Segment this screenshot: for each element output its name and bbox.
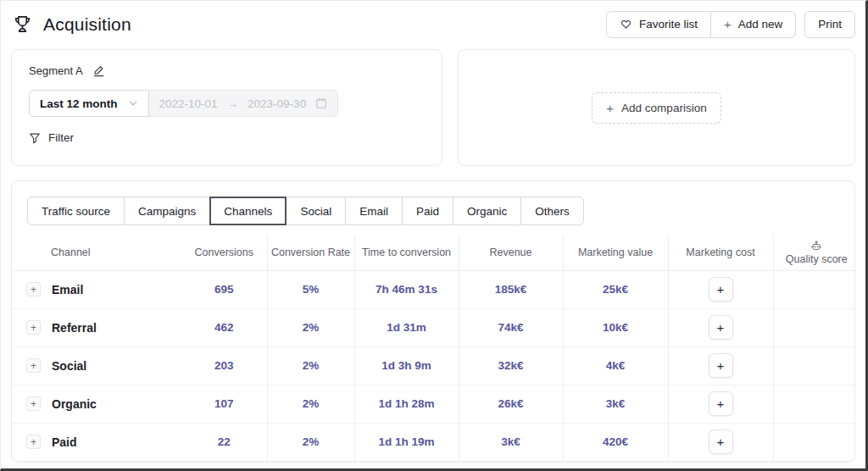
print-label: Print [818,18,842,30]
add-new-button[interactable]: + Add new [710,11,796,38]
tab-social[interactable]: Social [286,197,346,225]
revenue-value: 32k€ [459,346,563,385]
page-header: Acquisition [13,14,131,35]
conversions-value: 22 [181,423,267,461]
channel-name: Referral [52,321,97,335]
channel-name: Social [52,359,86,373]
expand-row-icon[interactable]: + [26,435,41,449]
conversion-rate-value: 2% [267,308,354,346]
table-row-social: + Social 203 2% 1d 3h 9m 32k€ 4k€ + [12,346,855,385]
print-button[interactable]: Print [804,11,855,38]
column-header-marketing-value: Marketing value [563,236,668,270]
add-comparison-label: Add comparision [621,102,707,114]
chevron-down-icon [128,98,138,108]
revenue-value: 3k€ [459,423,563,461]
quality-score-value [773,423,855,461]
expand-row-icon[interactable]: + [26,396,41,411]
conversion-rate-value: 2% [267,346,354,385]
filter-label: Filter [48,131,74,144]
tab-traffic-source[interactable]: Traffic source [27,197,125,225]
expand-row-icon[interactable]: + [26,282,41,296]
time-to-conversion-value: 1d 1h 19m [354,423,459,461]
plus-icon: + [606,101,614,115]
table-row-referral: + Referral 462 2% 1d 31m 74k€ 10k€ + [12,308,855,346]
tab-channels[interactable]: Channels [209,197,287,225]
conversion-rate-value: 2% [267,385,354,423]
conversions-value: 462 [181,308,267,346]
column-header-time-to-conversion: Time to conversion [354,236,459,270]
add-marketing-cost-button[interactable]: + [709,353,733,378]
channel-name: Email [52,283,83,296]
plus-icon: + [724,17,732,31]
revenue-value: 185k€ [459,270,563,308]
column-header-quality-score: Quality score [773,236,855,270]
add-marketing-cost-button[interactable]: + [709,315,733,340]
trophy-icon [13,14,32,34]
funnel-icon [29,132,41,144]
marketing-value-value: 25k€ [563,270,668,308]
add-marketing-cost-button[interactable]: + [709,277,733,302]
app-window: Acquisition Favorite list + Add new Prin… [0,0,868,471]
date-start-value: 2022-10-01 [159,97,218,110]
favorite-list-label: Favorite list [639,18,698,30]
marketing-value-value: 4k€ [563,346,668,385]
edit-segment-icon[interactable] [92,64,105,77]
column-header-conversion-rate: Conversion Rate [267,236,354,270]
conversion-rate-value: 2% [267,423,354,461]
add-marketing-cost-button[interactable]: + [709,429,733,454]
filter-button[interactable]: Filter [29,131,425,144]
revenue-value: 26k€ [459,385,563,423]
conversions-value: 203 [181,346,267,385]
page-title: Acquisition [43,14,131,35]
robot-icon [810,241,822,252]
segment-panel: Segment A Last 12 month 2022-10-01 → 202… [11,49,442,166]
conversions-value: 107 [181,385,267,423]
tab-others[interactable]: Others [520,197,584,225]
tab-campaigns[interactable]: Campaigns [124,197,210,225]
tab-email[interactable]: Email [345,197,403,225]
tab-organic[interactable]: Organic [453,197,521,225]
date-end-value: 2023-09-30 [248,97,306,110]
quality-score-label: Quality score [786,253,848,265]
tab-paid[interactable]: Paid [402,197,453,225]
column-header-revenue: Revenue [459,236,563,270]
report-panel: Traffic source Campaigns Channels Social… [11,180,855,463]
add-marketing-cost-button[interactable]: + [709,391,733,416]
date-preset-select[interactable]: Last 12 month [29,90,149,117]
favorite-list-button[interactable]: Favorite list [606,11,711,38]
heart-icon [620,18,632,30]
segment-name: Segment A [29,64,83,77]
add-new-label: Add new [738,18,783,30]
quality-score-value [773,308,855,346]
date-range-input[interactable]: 2022-10-01 → 2023-09-30 [149,90,339,117]
marketing-value-value: 3k€ [563,385,668,423]
arrow-right-icon: → [227,97,239,110]
channel-name: Organic [52,397,97,411]
quality-score-value [773,385,855,423]
expand-row-icon[interactable]: + [26,320,41,335]
date-preset-value: Last 12 month [40,97,118,110]
channel-name: Paid [52,435,77,449]
date-range-control: Last 12 month 2022-10-01 → 2023-09-30 [29,90,338,117]
table-row-paid: + Paid 22 2% 1d 1h 19m 3k€ 420€ + [12,423,855,461]
column-header-channel: Channel [12,236,181,270]
header-button-group: Favorite list + Add new [606,11,796,38]
table-header-row: Channel Conversions Conversion Rate Time… [12,236,855,270]
top-bar: Acquisition Favorite list + Add new Prin… [1,1,865,38]
time-to-conversion-value: 7h 46m 31s [354,270,459,308]
time-to-conversion-value: 1d 3h 9m [354,346,459,385]
conversion-rate-value: 5% [267,270,354,308]
time-to-conversion-value: 1d 1h 28m [354,385,459,423]
add-comparison-button[interactable]: + Add comparision [592,92,721,124]
marketing-value-value: 10k€ [563,308,668,346]
channels-table: Channel Conversions Conversion Rate Time… [12,236,855,462]
calendar-icon [315,97,327,109]
column-header-conversions: Conversions [181,236,267,270]
quality-score-value [773,270,855,308]
table-row-email: + Email 695 5% 7h 46m 31s 185k€ 25k€ + [12,270,855,308]
expand-row-icon[interactable]: + [26,358,41,373]
conversions-value: 695 [181,270,267,308]
revenue-value: 74k€ [459,308,563,346]
column-header-marketing-cost: Marketing cost [668,236,773,270]
quality-score-value [773,346,855,385]
